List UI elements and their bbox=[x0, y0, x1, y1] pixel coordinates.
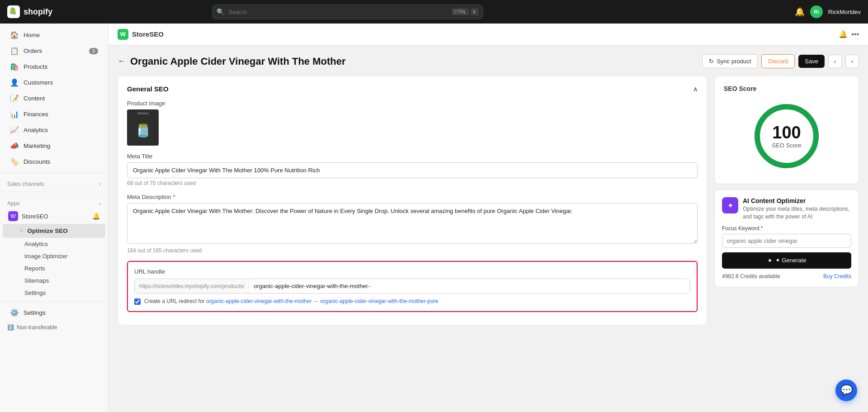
finances-icon: 📊 bbox=[10, 110, 19, 118]
storeseo-bell-icon[interactable]: 🔔 bbox=[92, 213, 100, 220]
sidebar-sub-sitemaps[interactable]: Sitemaps bbox=[24, 275, 105, 287]
sidebar-item-label: Content bbox=[24, 95, 45, 102]
buy-credits-link[interactable]: Buy Credits bbox=[823, 273, 851, 279]
discard-button[interactable]: Discard bbox=[761, 54, 795, 68]
sidebar-item-label: Products bbox=[24, 63, 47, 70]
search-input[interactable] bbox=[212, 5, 483, 19]
url-redirect-checkbox[interactable] bbox=[134, 298, 141, 305]
product-image-label: Product Image bbox=[127, 100, 698, 107]
page-header-right: ↻ Sync product Discard Save ‹ › bbox=[702, 54, 859, 68]
sidebar-item-marketing[interactable]: 📣 Marketing bbox=[3, 138, 105, 154]
focus-keyword-input[interactable] bbox=[722, 234, 851, 248]
apps-section[interactable]: Apps › bbox=[0, 195, 108, 208]
page-header-left: ← Organic Apple Cider Vinegar With The M… bbox=[118, 56, 346, 67]
sidebar-sub-analytics[interactable]: Analytics bbox=[24, 238, 105, 250]
marketing-icon: 📣 bbox=[10, 142, 19, 150]
seo-score-title: SEO Score bbox=[724, 85, 849, 92]
sidebar-item-customers[interactable]: 👤 Customers bbox=[3, 75, 105, 90]
page-header: ← Organic Apple Cider Vinegar With The M… bbox=[118, 54, 859, 68]
sidebar-sub-reports[interactable]: Reports bbox=[24, 262, 105, 275]
shopify-logo[interactable]: shopify bbox=[7, 5, 52, 18]
optimize-seo-label: Optimize SEO bbox=[28, 227, 68, 234]
chat-button[interactable]: 💬 bbox=[835, 379, 857, 401]
sync-label: Sync product bbox=[717, 58, 751, 65]
generate-icon: ✦ bbox=[767, 257, 773, 264]
sidebar-item-content[interactable]: 📝 Content bbox=[3, 90, 105, 106]
url-redirect-to: organic-apple-cider-vinegar-with-the-mot… bbox=[320, 298, 438, 304]
sidebar-item-products[interactable]: 🛍️ Products bbox=[3, 59, 105, 75]
url-handle-label: URL handle bbox=[134, 268, 690, 275]
credits-label: 4982.8 Credits available bbox=[722, 273, 780, 279]
sales-channels-section[interactable]: Sales channels › bbox=[0, 175, 108, 189]
avatar[interactable]: Ri bbox=[810, 5, 823, 18]
ai-optimizer-icon: ✦ bbox=[722, 197, 738, 213]
content-area: W StoreSEO 🔔 ••• ← Organic Apple Cider V… bbox=[108, 24, 868, 412]
chat-icon: 💬 bbox=[840, 384, 853, 396]
sidebar-item-discounts[interactable]: 🏷️ Discounts bbox=[3, 154, 105, 170]
sidebar-item-home[interactable]: 🏠 Home bbox=[3, 27, 105, 43]
meta-description-input[interactable] bbox=[127, 203, 698, 244]
non-transferable-label: Non-transferable bbox=[17, 324, 57, 331]
settings-sub-label: Settings bbox=[24, 289, 46, 296]
meta-desc-char-count: 164 out of 165 characters used bbox=[127, 247, 698, 254]
sitemaps-label: Sitemaps bbox=[24, 277, 49, 284]
sidebar-item-label: Finances bbox=[24, 111, 48, 118]
apps-label: Apps bbox=[7, 200, 19, 207]
orders-icon: 📋 bbox=[10, 47, 19, 55]
sales-channels-label: Sales channels bbox=[7, 181, 44, 187]
sidebar-sub-image-optimizer[interactable]: Image Optimizer bbox=[24, 250, 105, 262]
storeseo-item[interactable]: W StoreSEO 🔔 bbox=[3, 208, 105, 224]
divider-2 bbox=[0, 192, 108, 192]
search-bar[interactable]: 🔍 CTRL K bbox=[212, 5, 483, 19]
general-seo-card: General SEO ∧ Product Image Diluted 🫙 bbox=[118, 76, 707, 325]
app-header-actions: 🔔 ••• bbox=[839, 30, 859, 38]
focus-keyword-required: * bbox=[761, 225, 763, 232]
meta-title-input[interactable] bbox=[127, 162, 698, 178]
app-notification-icon[interactable]: 🔔 bbox=[839, 30, 848, 38]
meta-description-group: Meta Description * 164 out of 165 charac… bbox=[127, 194, 698, 254]
discounts-icon: 🏷️ bbox=[10, 157, 19, 166]
orders-badge: 9 bbox=[89, 48, 98, 54]
url-handle-input[interactable] bbox=[249, 279, 690, 293]
sidebar-item-optimize-seo[interactable]: └ Optimize SEO bbox=[3, 224, 105, 238]
app-more-icon[interactable]: ••• bbox=[851, 30, 859, 38]
shopify-logo-text: shopify bbox=[24, 7, 52, 17]
url-handle-section: URL handle https://rickmortdev.myshopify… bbox=[127, 261, 698, 312]
focus-keyword-label: Focus Keyword * bbox=[722, 225, 851, 232]
save-button[interactable]: Save bbox=[798, 55, 825, 68]
shopify-logo-icon bbox=[7, 5, 20, 18]
product-image: Diluted 🫙 bbox=[127, 109, 159, 146]
sidebar-sub-settings[interactable]: Settings bbox=[24, 287, 105, 299]
app-header-logo: W StoreSEO bbox=[118, 29, 164, 40]
divider-1 bbox=[0, 172, 108, 173]
analytics-sub-label: Analytics bbox=[24, 241, 48, 247]
seo-score-circle: 100 SEO Score bbox=[753, 102, 821, 170]
storeseo-sub-nav: Analytics Image Optimizer Reports Sitema… bbox=[0, 238, 108, 299]
sidebar-item-settings[interactable]: ⚙️ Settings bbox=[3, 305, 105, 321]
generate-button[interactable]: ✦ ✦ Generate bbox=[722, 252, 851, 269]
shortcut-ctrl: CTRL bbox=[452, 8, 469, 15]
back-button[interactable]: ← bbox=[118, 57, 126, 66]
sidebar-item-analytics[interactable]: 📈 Analytics bbox=[3, 122, 105, 138]
url-prefix: https://rickmortdev.myshopify.com/produc… bbox=[135, 279, 249, 293]
sidebar-item-orders[interactable]: 📋 Orders 9 bbox=[3, 43, 105, 59]
notification-bell-icon[interactable]: 🔔 bbox=[795, 7, 805, 17]
page-title: Organic Apple Cider Vinegar With The Mot… bbox=[130, 56, 346, 67]
page-content: ← Organic Apple Cider Vinegar With The M… bbox=[108, 45, 868, 412]
settings-icon: ⚙️ bbox=[10, 308, 19, 317]
sidebar-item-finances[interactable]: 📊 Finances bbox=[3, 106, 105, 122]
storeseo-icon: W bbox=[8, 211, 18, 221]
general-seo-header[interactable]: General SEO ∧ bbox=[127, 85, 698, 93]
generate-label: ✦ Generate bbox=[775, 257, 807, 264]
prev-nav-button[interactable]: ‹ bbox=[828, 55, 842, 68]
ai-card-text: AI Content Optimizer Optimize your meta … bbox=[743, 197, 851, 221]
sync-product-button[interactable]: ↻ Sync product bbox=[702, 54, 758, 68]
info-icon: ℹ️ bbox=[7, 324, 14, 331]
apps-chevron-icon: › bbox=[99, 200, 101, 207]
main-layout: 🏠 Home 📋 Orders 9 🛍️ Products 👤 Customer… bbox=[0, 24, 868, 412]
meta-description-label: Meta Description * bbox=[127, 194, 698, 200]
url-redirect-row: Create a URL redirect for organic-apple-… bbox=[134, 298, 690, 305]
reports-label: Reports bbox=[24, 265, 45, 272]
next-nav-button[interactable]: › bbox=[845, 55, 859, 68]
score-label: SEO Score bbox=[772, 142, 801, 149]
